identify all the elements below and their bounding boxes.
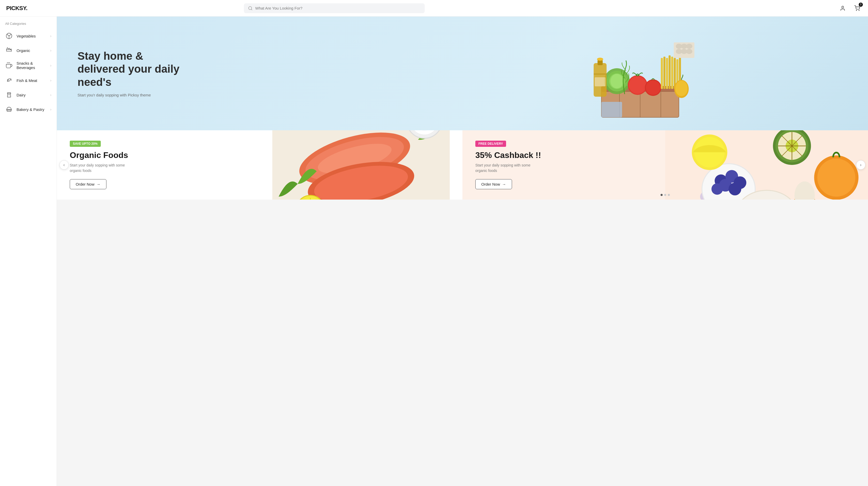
svg-line-1 [251,9,252,10]
bakery-icon [5,106,13,113]
arrow-right-icon: → [97,182,100,187]
hero-subtitle: Start you'r daily sopping with Picksy th… [78,93,186,97]
svg-rect-25 [661,58,663,89]
arrow-right-icon-2: → [502,182,506,187]
svg-point-20 [611,74,623,88]
chevron-right-icon: › [50,93,52,97]
order-now-button-1[interactable]: Order Now → [70,179,106,189]
svg-rect-27 [666,58,668,89]
sidebar-item-label: Vegetables [17,34,46,38]
promo-card-cashback: FREE DELIVERY 35% Cashback !! Start your… [462,130,868,200]
svg-point-2 [842,6,843,8]
sidebar-item-label: Snacks & Beverages [17,61,46,70]
hero-text: Stay home & delivered your daily need's … [78,50,186,97]
cup-icon [5,61,13,69]
promo-card-desc-2: Start your daily sopping with some organ… [475,163,532,173]
carousel-dots [660,194,670,196]
carousel-next-button[interactable]: › [856,160,865,170]
leaf-icon [5,32,13,40]
fish-icon [5,77,13,84]
svg-rect-29 [671,57,673,89]
svg-point-8 [8,80,8,80]
sidebar-item-bakery[interactable]: Bakery & Pastry › [0,102,57,117]
cart-badge: 0 [859,3,863,7]
sidebar: All Categories Vegetables › Organic › [0,17,57,486]
main-content: Stay home & delivered your daily need's … [57,17,868,486]
chevron-right-icon: › [50,78,52,83]
sidebar-item-fish-meat[interactable]: Fish & Meat › [0,73,57,88]
carousel-dot-2[interactable] [664,194,666,196]
promo-card-content: SAVE UPTO 20% Organic Foods Start your d… [70,141,450,189]
chevron-right-icon: › [50,34,52,38]
carousel-dot-1[interactable] [660,194,663,196]
dairy-icon [5,91,13,99]
chevron-right-icon: › [50,63,52,67]
svg-rect-11 [6,109,11,110]
carousel-prev-button[interactable]: ‹ [59,160,69,170]
promo-card-title: Organic Foods [70,150,450,160]
header: PICKSY. 0 [0,0,868,17]
sidebar-item-dairy[interactable]: Dairy › [0,88,57,102]
search-icon [248,6,253,10]
hero-title: Stay home & delivered your daily need's [78,50,186,89]
svg-rect-47 [601,102,622,117]
promo-card-content-2: FREE DELIVERY 35% Cashback !! Start your… [475,141,855,189]
promo-card-organic: SAVE UPTO 20% Organic Foods Start your d… [57,130,462,200]
svg-rect-28 [669,55,671,89]
promo-card-title-2: 35% Cashback !! [475,150,855,160]
svg-point-3 [856,10,857,10]
svg-point-39 [675,81,688,96]
sidebar-item-vegetables[interactable]: Vegetables › [0,29,57,43]
logo: PICKSY. [6,5,37,11]
cart-button[interactable]: 0 [852,4,862,13]
chevron-right-icon: › [50,107,52,111]
svg-point-43 [686,44,692,49]
svg-rect-26 [663,57,665,89]
sidebar-section-title: All Categories [0,22,57,29]
promo-card-desc: Start your daily sopping with some organ… [70,163,127,173]
main-layout: All Categories Vegetables › Organic › [0,17,868,486]
sidebar-item-snacks[interactable]: Snacks & Beverages › [0,58,57,73]
promo-badge-free-delivery: FREE DELIVERY [475,141,506,147]
sidebar-item-label: Dairy [17,93,46,97]
svg-rect-9 [7,92,11,93]
sidebar-item-label: Bakery & Pastry [17,107,46,112]
order-now-button-2[interactable]: Order Now → [475,179,512,189]
user-icon [840,5,845,11]
svg-point-22 [629,76,646,94]
search-bar[interactable] [244,3,425,13]
svg-rect-36 [594,74,607,75]
search-input[interactable] [255,6,421,10]
svg-point-46 [686,49,692,54]
svg-point-35 [597,58,603,61]
hero-illustration [384,17,868,130]
hero-banner: Stay home & delivered your daily need's … [57,17,868,130]
sidebar-item-label: Organic [17,48,46,53]
svg-rect-37 [595,77,606,86]
header-icons: 0 [838,4,862,13]
chevron-right-icon: › [50,48,52,53]
sidebar-item-label: Fish & Meat [17,78,46,83]
svg-point-4 [859,10,859,10]
carousel-dot-3[interactable] [668,194,670,196]
organic-icon [5,47,13,54]
svg-point-24 [646,80,660,95]
user-button[interactable] [838,4,847,13]
promo-section: ‹ SAVE UPTO 20% Organic Foods Start your… [57,130,868,200]
sidebar-item-organic[interactable]: Organic › [0,43,57,58]
promo-badge-save: SAVE UPTO 20% [70,141,101,147]
